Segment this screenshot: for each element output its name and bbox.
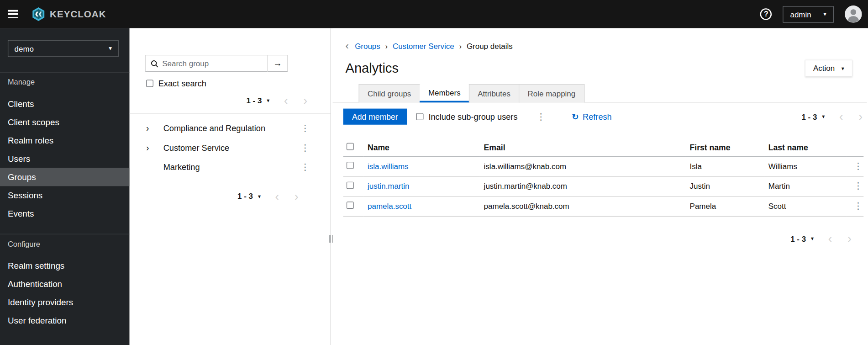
include-subgroups-checkbox[interactable]	[416, 113, 424, 120]
pagination-range-toggle[interactable]: 1 - 3 ▾	[801, 112, 825, 121]
refresh-button[interactable]: ↻ Refresh	[572, 111, 611, 122]
row-checkbox[interactable]	[347, 202, 354, 209]
username: admin	[790, 10, 811, 18]
group-tree-item: › Compliance and Regulation ⋮	[130, 118, 331, 138]
sidebar-item-client-scopes[interactable]: Client scopes	[0, 113, 130, 131]
chevron-right-icon: ›	[295, 190, 298, 202]
realm-selector[interactable]: demo ▾	[8, 40, 118, 57]
sidebar-item-events[interactable]: Events	[0, 204, 130, 223]
caret-down-icon: ▾	[842, 65, 844, 71]
breadcrumb-current: Group details	[467, 42, 513, 50]
sidebar-item-user-federation[interactable]: User federation	[0, 311, 130, 329]
brand-text: KEYCLOAK	[50, 9, 106, 20]
group-kebab-button[interactable]: ⋮	[298, 142, 311, 153]
search-submit-button[interactable]: →	[268, 55, 288, 72]
pagination-next-button[interactable]: ›	[858, 111, 862, 122]
pagination-range-toggle[interactable]: 1 - 3 ▾	[790, 234, 814, 243]
member-last-name: Martin	[764, 176, 847, 196]
member-first-name: Pamela	[685, 196, 764, 216]
sidebar-item-groups[interactable]: Groups	[0, 168, 130, 186]
kebab-icon: ⋮	[300, 143, 309, 152]
pagination-next-button[interactable]: ›	[303, 95, 307, 106]
member-name-link[interactable]: justin.martin	[368, 182, 409, 191]
breadcrumb-customer-service-link[interactable]: Customer Service	[393, 42, 454, 50]
section-label-manage: Manage	[8, 78, 122, 86]
hamburger-icon	[8, 10, 18, 11]
action-label: Action	[813, 64, 835, 72]
exact-search-checkbox[interactable]	[146, 80, 153, 87]
pagination-prev-button[interactable]: ‹	[284, 95, 288, 106]
chevron-left-icon: ‹	[275, 190, 279, 202]
user-menu-button[interactable]: admin ▾	[783, 6, 834, 22]
exact-search-label: Exact search	[158, 79, 206, 88]
row-kebab-button[interactable]: ⋮	[852, 180, 865, 191]
group-search-input[interactable]	[162, 59, 262, 68]
group-tree-item: › Customer Service ⋮	[130, 138, 331, 157]
nav-toggle-button[interactable]	[8, 10, 18, 18]
member-name-link[interactable]: isla.williams	[368, 162, 409, 170]
tab-attributes[interactable]: Attributes	[469, 84, 519, 102]
chevron-right-icon: ›	[858, 110, 862, 123]
pagination-prev-button[interactable]: ‹	[275, 190, 279, 202]
pagination-range-toggle[interactable]: 1 - 3 ▾	[237, 191, 261, 200]
avatar[interactable]	[845, 5, 862, 23]
sidebar-item-identity-providers[interactable]: Identity providers	[0, 293, 130, 311]
help-icon[interactable]: ?	[760, 8, 772, 20]
expand-toggle-icon[interactable]: ›	[146, 143, 163, 153]
kebab-icon: ⋮	[300, 123, 309, 133]
group-name-link[interactable]: Compliance and Regulation	[163, 123, 299, 133]
member-first-name: Isla	[685, 156, 764, 176]
group-kebab-button[interactable]: ⋮	[298, 161, 311, 172]
masthead: KEYCLOAK ? admin ▾	[0, 0, 868, 28]
member-name-link[interactable]: pamela.scott	[368, 202, 411, 210]
pagination-next-button[interactable]: ›	[847, 233, 851, 244]
members-pagination-bottom: 1 - 3 ▾ ‹ ›	[333, 232, 867, 245]
row-kebab-button[interactable]: ⋮	[852, 201, 865, 212]
sidebar-divider	[0, 234, 130, 234]
group-name-link[interactable]: Marketing	[163, 162, 299, 172]
pagination-range-toggle[interactable]: 1 - 3 ▾	[246, 96, 269, 105]
table-row: pamela.scott pamela.scott@knab.com Pamel…	[343, 196, 864, 216]
exact-search-option[interactable]: Exact search	[146, 79, 331, 88]
group-kebab-button[interactable]: ⋮	[298, 123, 311, 134]
member-first-name: Justin	[685, 176, 764, 196]
column-header-email: Email	[479, 139, 685, 156]
tab-role-mapping[interactable]: Role mapping	[519, 84, 584, 102]
row-checkbox[interactable]	[347, 182, 354, 189]
refresh-icon: ↻	[572, 111, 579, 122]
sidebar-item-users[interactable]: Users	[0, 149, 130, 168]
tree-divider	[130, 114, 331, 114]
sidebar-item-clients[interactable]: Clients	[0, 95, 130, 113]
sidebar-item-realm-settings[interactable]: Realm settings	[0, 256, 130, 275]
pagination-prev-button[interactable]: ‹	[839, 111, 843, 122]
breadcrumb-separator-icon: ›	[459, 42, 462, 50]
table-row: justin.martin justin.martin@knab.com Jus…	[343, 176, 864, 196]
pagination-range: 1 - 3	[246, 96, 262, 105]
member-email: pamela.scott@knab.com	[479, 196, 685, 216]
tab-child-groups[interactable]: Child groups	[359, 84, 420, 102]
pagination-next-button[interactable]: ›	[295, 190, 298, 202]
members-pagination-top: 1 - 3 ▾ ‹ ›	[801, 110, 862, 123]
back-icon[interactable]: ‹	[346, 41, 349, 51]
row-checkbox[interactable]	[347, 162, 354, 169]
breadcrumb-separator-icon: ›	[385, 42, 388, 50]
brand[interactable]: KEYCLOAK	[31, 7, 106, 22]
kebab-icon: ⋮	[537, 111, 545, 121]
row-kebab-button[interactable]: ⋮	[852, 161, 865, 172]
include-subgroups-option[interactable]: Include sub-group users	[416, 112, 518, 122]
pagination-prev-button[interactable]: ‹	[828, 233, 832, 244]
member-email: justin.martin@knab.com	[479, 176, 685, 196]
select-all-checkbox[interactable]	[347, 143, 354, 150]
sidebar-item-realm-roles[interactable]: Realm roles	[0, 131, 130, 149]
caret-down-icon: ▾	[823, 11, 826, 18]
expand-toggle-icon[interactable]: ›	[146, 123, 163, 133]
member-last-name: Scott	[764, 196, 847, 216]
tab-members[interactable]: Members	[420, 84, 470, 102]
sidebar-item-sessions[interactable]: Sessions	[0, 186, 130, 204]
action-dropdown-button[interactable]: Action ▾	[805, 60, 852, 76]
add-member-button[interactable]: Add member	[343, 109, 407, 125]
group-name-link[interactable]: Customer Service	[163, 143, 299, 153]
sidebar-item-authentication[interactable]: Authentication	[0, 275, 130, 293]
toolbar-kebab-button[interactable]: ⋮	[534, 111, 547, 122]
breadcrumb-groups-link[interactable]: Groups	[355, 42, 380, 50]
